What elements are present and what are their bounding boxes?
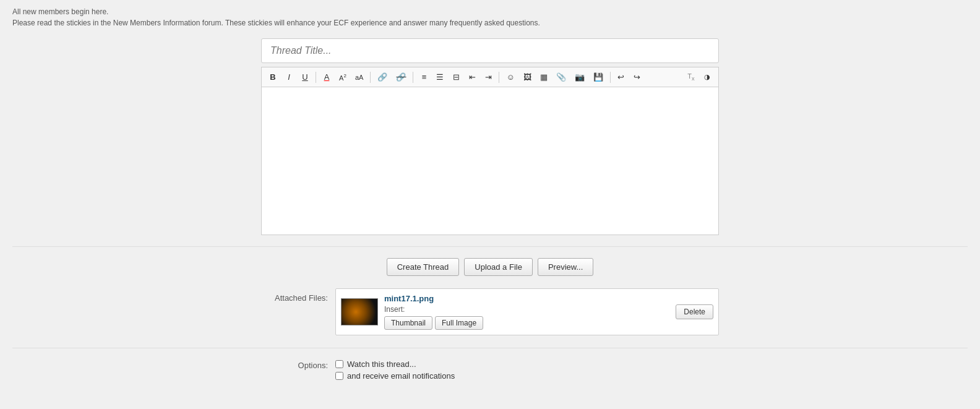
thread-title-input[interactable] xyxy=(261,38,719,63)
redo-button[interactable]: ↪ xyxy=(630,70,645,84)
file-name: mint17.1.png xyxy=(384,294,669,303)
toolbar: B I U A A2 aA 🔗 🔗 ≡ ☰ ⊟ ⇤ ⇥ ☺ 🖼 ▦ 📎 📷 💾 xyxy=(261,67,719,87)
file-item: mint17.1.png Insert: Thumbnail Full Imag… xyxy=(341,294,713,330)
watch-thread-checkbox[interactable] xyxy=(335,360,343,368)
underline-button[interactable]: U xyxy=(298,70,312,84)
source-button[interactable]: ◑ xyxy=(700,71,715,84)
link-button[interactable]: 🔗 xyxy=(374,70,391,84)
font-color-button[interactable]: A xyxy=(319,70,334,84)
image-button[interactable]: 🖼 xyxy=(520,70,535,84)
divider-2 xyxy=(12,348,968,348)
toolbar-sep-2 xyxy=(370,72,371,83)
options-content: Watch this thread... and receive email n… xyxy=(335,359,719,383)
bold-button[interactable]: B xyxy=(265,70,280,84)
upload-file-button[interactable]: Upload a File xyxy=(464,258,533,276)
unlink-button[interactable]: 🔗 xyxy=(392,70,410,84)
italic-button[interactable]: I xyxy=(282,70,296,84)
align-button[interactable]: ≡ xyxy=(416,70,431,84)
file-thumbnail-image xyxy=(342,299,377,325)
ordered-list-button[interactable]: ⊟ xyxy=(449,70,463,84)
full-image-button[interactable]: Full Image xyxy=(435,316,483,330)
undo-button[interactable]: ↩ xyxy=(614,70,629,84)
page-wrapper: All new members begin here. Please read … xyxy=(0,0,980,389)
attach-button[interactable]: 📎 xyxy=(552,70,570,84)
file-info: mint17.1.png Insert: Thumbnail Full Imag… xyxy=(384,294,669,330)
toolbar-sep-3 xyxy=(413,72,413,83)
email-notifications-label[interactable]: and receive email notifications xyxy=(347,371,455,381)
camera-button[interactable]: 📷 xyxy=(571,70,588,84)
intro-line2: Please read the stickies in the New Memb… xyxy=(12,17,968,28)
editor-body[interactable] xyxy=(261,87,719,235)
font-small-button[interactable]: aA xyxy=(351,71,367,84)
attached-files-label: Attached Files: xyxy=(261,288,335,303)
remove-format-button[interactable]: Tx xyxy=(684,70,698,84)
attached-files-section: Attached Files: mint17.1.png Insert: Thu… xyxy=(261,288,719,335)
editor-container: B I U A A2 aA 🔗 🔗 ≡ ☰ ⊟ ⇤ ⇥ ☺ 🖼 ▦ 📎 📷 💾 xyxy=(261,38,719,235)
toolbar-sep-4 xyxy=(499,72,499,83)
action-buttons: Create Thread Upload a File Preview... xyxy=(12,258,968,276)
preview-button[interactable]: Preview... xyxy=(538,258,593,276)
email-notifications-row: and receive email notifications xyxy=(335,371,719,381)
options-row: Options: Watch this thread... and receiv… xyxy=(261,359,719,383)
emoji-button[interactable]: ☺ xyxy=(502,70,518,84)
email-notifications-checkbox[interactable] xyxy=(335,372,343,380)
file-insert-buttons: Thumbnail Full Image xyxy=(384,316,669,330)
options-section: Options: Watch this thread... and receiv… xyxy=(261,359,719,383)
intro-text: All new members begin here. Please read … xyxy=(12,6,968,28)
indent-increase-button[interactable]: ⇥ xyxy=(481,70,496,84)
unordered-list-button[interactable]: ☰ xyxy=(432,70,447,84)
toolbar-sep-5 xyxy=(610,72,611,83)
save-button[interactable]: 💾 xyxy=(590,70,607,84)
watch-thread-row: Watch this thread... xyxy=(335,359,719,369)
divider-1 xyxy=(12,246,968,247)
intro-line1: All new members begin here. xyxy=(12,6,968,17)
toolbar-sep-1 xyxy=(316,72,316,83)
watch-thread-label[interactable]: Watch this thread... xyxy=(347,359,416,369)
options-label: Options: xyxy=(261,359,335,370)
font-size-button[interactable]: A2 xyxy=(335,71,350,84)
thumbnail-button[interactable]: Thumbnail xyxy=(384,316,432,330)
create-thread-button[interactable]: Create Thread xyxy=(387,258,460,276)
indent-decrease-button[interactable]: ⇤ xyxy=(465,70,479,84)
file-thumbnail xyxy=(341,298,378,325)
attached-files-box: mint17.1.png Insert: Thumbnail Full Imag… xyxy=(335,288,719,335)
delete-button[interactable]: Delete xyxy=(676,304,713,319)
media-button[interactable]: ▦ xyxy=(536,70,551,84)
file-insert-label: Insert: xyxy=(384,305,669,314)
